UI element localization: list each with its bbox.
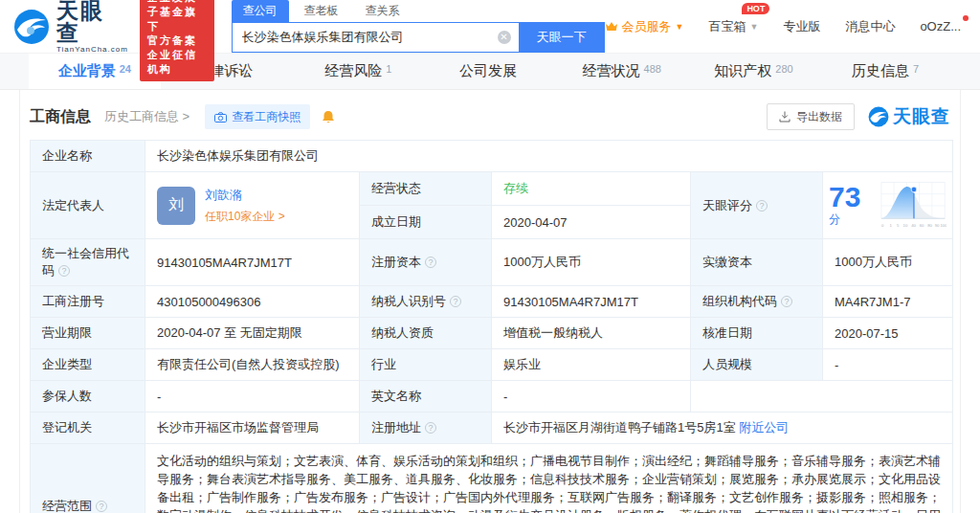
registry-label: 登记机关 — [31, 413, 145, 444]
notification-dot — [963, 15, 969, 21]
org-code-value: MA4R7JM1-7 — [823, 286, 953, 318]
address-cell: 长沙市开福区月湖街道鸭子铺路1号5房1室 附近公司 — [492, 413, 953, 444]
svg-text:5: 5 — [897, 222, 900, 227]
tianyancha-watermark: 天眼查 — [868, 104, 950, 129]
caret-down-icon: ▼ — [676, 22, 684, 32]
clear-search-icon[interactable]: ✕ — [498, 31, 511, 44]
top-header: 天眼查 TianYanCha.com 国家中小企业发展子基金旗下 官方备案企业征… — [0, 0, 980, 54]
menu-toolbox[interactable]: HOT 百宝箱 ▼ — [708, 18, 758, 35]
tab-company-development[interactable]: 公司发展 — [424, 54, 556, 89]
crown-icon — [605, 21, 618, 32]
svg-text:0: 0 — [881, 222, 884, 227]
business-info-table: 企业名称 长沙染色体娱乐集团有限公司 法定代表人 刘 刘歆潃 任职10家企业 >… — [30, 140, 953, 513]
gov-certification-badge: 国家中小企业发展子基金旗下 官方备案企业征信机构 — [140, 0, 214, 81]
legal-rep-cell: 刘 刘歆潃 任职10家企业 > — [145, 172, 360, 239]
company-type-label: 企业类型 — [31, 349, 145, 381]
help-icon[interactable]: ? — [96, 501, 107, 512]
download-icon — [779, 111, 791, 123]
term-label: 营业期限 — [31, 318, 145, 349]
industry-label: 行业 — [360, 349, 492, 381]
score-marker-pin — [911, 187, 917, 192]
search-tab-boss[interactable]: 查老板 — [293, 0, 350, 22]
table-row: 统一社会信用代码? 91430105MA4R7JM17T 注册资本? 1000万… — [31, 239, 953, 286]
menu-pro-version[interactable]: 专业版 — [783, 18, 820, 35]
logo-swirl-icon — [13, 9, 50, 45]
search-button[interactable]: 天眼一下 — [519, 22, 605, 53]
svg-text:80: 80 — [927, 222, 932, 227]
reg-number-label: 工商注册号 — [31, 286, 145, 318]
section-title: 工商信息 — [30, 107, 91, 127]
table-row: 法定代表人 刘 刘歆潃 任职10家企业 > 经营状态 存续 天眼评分? 73分 — [31, 172, 953, 206]
view-snapshot-button[interactable]: 查看工商快照 — [205, 104, 310, 129]
english-name-value: - — [492, 381, 691, 413]
svg-text:1: 1 — [889, 222, 892, 227]
tab-intellectual-property[interactable]: 知识产权280 — [688, 54, 820, 89]
score-label-cell: 天眼评分? — [691, 172, 823, 239]
nearby-companies-link[interactable]: 附近公司 — [739, 420, 789, 435]
taxpayer-quality-value: 增值税一般纳税人 — [492, 318, 691, 349]
legal-rep-label: 法定代表人 — [31, 172, 145, 239]
tianyancha-logo[interactable]: 天眼查 TianYanCha.com — [13, 0, 128, 54]
table-row: 登记机关 长沙市开福区市场监督管理局 注册地址? 长沙市开福区月湖街道鸭子铺路1… — [31, 413, 953, 444]
address-value: 长沙市开福区月湖街道鸭子铺路1号5房1室 — [503, 420, 736, 435]
camera-icon — [214, 112, 227, 123]
legal-rep-avatar[interactable]: 刘 — [157, 187, 195, 225]
menu-message-center[interactable]: 消息中心 — [845, 18, 895, 35]
search-input[interactable] — [232, 22, 519, 53]
search-area: 查公司 查老板 查关系 ✕ 天眼一下 — [232, 1, 605, 53]
help-icon[interactable]: ? — [756, 200, 768, 212]
scope-value: 文化活动的组织与策划；文艺表演、体育、娱乐活动的策划和组织；广播电视节目制作；演… — [145, 444, 953, 513]
reg-capital-label: 注册资本? — [360, 239, 492, 286]
tab-operation-status[interactable]: 经营状况488 — [556, 54, 688, 89]
legal-rep-name-link[interactable]: 刘歆潃 — [205, 187, 285, 204]
hot-badge: HOT — [742, 3, 769, 14]
empty-cell — [691, 381, 953, 413]
credit-code-value: 91430105MA4R7JM17T — [145, 239, 360, 286]
table-row: 营业期限 2020-04-07 至 无固定期限 纳税人资质 增值税一般纳税人 核… — [31, 318, 953, 349]
search-tab-relations[interactable]: 查关系 — [354, 0, 412, 22]
help-icon[interactable]: ? — [58, 265, 70, 277]
established-label: 成立日期 — [360, 206, 492, 239]
company-name-value: 长沙染色体娱乐集团有限公司 — [145, 141, 953, 172]
taxpayer-quality-label: 纳税人资质 — [360, 318, 492, 349]
scope-label: 经营范围? — [31, 444, 145, 513]
taxpayer-id-value: 91430105MA4R7JM17T — [492, 286, 691, 318]
bell-icon[interactable] — [322, 110, 335, 124]
insured-label: 参保人数 — [31, 381, 145, 413]
export-data-button[interactable]: 导出数据 — [767, 103, 855, 130]
status-label: 经营状态 — [360, 172, 492, 206]
table-row: 参保人数 - 英文名称 - — [31, 381, 953, 413]
svg-text:90: 90 — [935, 222, 940, 227]
score-cell: 73分 — [823, 172, 953, 239]
menu-username[interactable]: oOzZ... — [920, 19, 961, 33]
reg-number-value: 430105000496306 — [145, 286, 360, 318]
history-info-link[interactable]: 历史工商信息 > — [104, 108, 189, 125]
legal-rep-positions-link[interactable]: 任职10家企业 > — [205, 209, 285, 225]
tab-history-info[interactable]: 历史信息7 — [819, 54, 951, 89]
registry-value: 长沙市开福区市场监督管理局 — [145, 413, 360, 444]
search-tabs: 查公司 查老板 查关系 — [232, 1, 605, 22]
taxpayer-id-label: 纳税人识别号? — [360, 286, 492, 318]
paid-capital-label: 实缴资本 — [691, 239, 823, 286]
org-code-label: 组织机构代码? — [691, 286, 823, 318]
menu-vip-services[interactable]: 会员服务 ▼ — [605, 18, 684, 35]
help-icon[interactable]: ? — [425, 256, 436, 268]
help-icon[interactable]: ? — [425, 422, 436, 434]
svg-text:10: 10 — [903, 222, 908, 227]
table-row: 企业类型 有限责任公司(自然人投资或控股) 行业 娱乐业 人员规模 - — [31, 349, 953, 381]
table-row: 工商注册号 430105000496306 纳税人识别号? 91430105MA… — [31, 286, 953, 318]
help-icon[interactable]: ? — [450, 296, 461, 307]
approval-date-label: 核准日期 — [691, 318, 823, 349]
industry-value: 娱乐业 — [492, 349, 691, 381]
insured-value: - — [145, 381, 360, 413]
search-tab-company[interactable]: 查公司 — [232, 0, 289, 22]
reg-capital-value: 1000万人民币 — [492, 239, 691, 286]
staff-size-label: 人员规模 — [691, 349, 823, 381]
paid-capital-value: 1000万人民币 — [823, 239, 953, 286]
help-icon[interactable]: ? — [781, 296, 792, 307]
table-row: 企业名称 长沙染色体娱乐集团有限公司 — [31, 141, 953, 172]
tab-operation-risk[interactable]: 经营风险1 — [292, 54, 424, 89]
business-info-card: 工商信息 历史工商信息 > 查看工商快照 导出数据 — [19, 90, 961, 513]
score-value: 73 — [829, 181, 860, 212]
svg-text:40: 40 — [911, 222, 916, 227]
